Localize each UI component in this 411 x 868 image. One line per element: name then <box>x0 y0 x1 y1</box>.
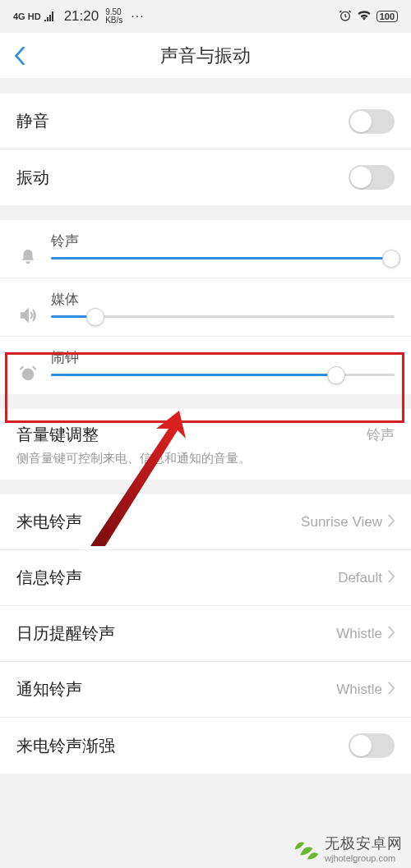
watermark-logo-icon <box>292 834 320 862</box>
page-title: 声音与振动 <box>0 44 411 68</box>
volume-key-value: 铃声 <box>367 425 395 444</box>
watermark: 无极安卓网 wjhotelgroup.com <box>292 834 403 863</box>
chevron-left-icon <box>14 47 25 65</box>
ringtone-slider-label: 铃声 <box>51 232 395 250</box>
chevron-right-icon <box>387 514 395 530</box>
ringtone-settings-section: 来电铃声 Sunrise View 信息铃声 Default 日历提醒铃声 Wh… <box>0 494 411 774</box>
message-ringtone-row[interactable]: 信息铃声 Default <box>0 550 411 606</box>
volume-key-section[interactable]: 音量键调整 铃声 侧音量键可控制来电、信息和通知的音量。 <box>0 409 411 480</box>
svg-point-1 <box>22 369 35 381</box>
watermark-text-en: wjhotelgroup.com <box>325 853 403 863</box>
ringtone-slider[interactable] <box>51 257 395 259</box>
battery-indicator: 100 <box>376 11 398 22</box>
chevron-right-icon <box>387 682 395 698</box>
media-slider-label: 媒体 <box>51 290 395 309</box>
message-ringtone-label: 信息铃声 <box>16 567 338 589</box>
vibrate-row[interactable]: 振动 <box>0 149 411 205</box>
volume-sliders-section: 铃声 媒体 闹钟 <box>0 220 411 394</box>
net-speed-unit: KB/s <box>105 16 122 25</box>
incoming-ringtone-row[interactable]: 来电铃声 Sunrise View <box>0 494 411 550</box>
alarm-slider-row: 闹钟 <box>0 337 411 394</box>
status-bar: 4G HD 21:20 9.50 KB/s ··· 100 <box>0 0 411 33</box>
alarm-slider[interactable] <box>51 374 395 376</box>
wifi-icon <box>357 9 372 24</box>
volume-key-description: 侧音量键可控制来电、信息和通知的音量。 <box>0 451 411 480</box>
title-bar: 声音与振动 <box>0 33 411 79</box>
bell-icon <box>12 232 44 266</box>
back-button[interactable] <box>0 33 39 79</box>
vibrate-toggle[interactable] <box>349 165 395 190</box>
ascending-ringtone-toggle[interactable] <box>349 733 395 758</box>
media-slider-row: 媒体 <box>0 278 411 337</box>
silent-label: 静音 <box>16 110 349 132</box>
incoming-ringtone-label: 来电铃声 <box>16 511 301 533</box>
calendar-ringtone-value: Whistle <box>336 626 382 642</box>
calendar-ringtone-row[interactable]: 日历提醒铃声 Whistle <box>0 606 411 662</box>
volume-key-label: 音量键调整 <box>16 424 367 446</box>
chevron-right-icon <box>387 626 395 642</box>
incoming-ringtone-value: Sunrise View <box>301 514 382 530</box>
message-ringtone-value: Default <box>338 570 382 586</box>
notification-ringtone-value: Whistle <box>336 682 382 698</box>
ascending-ringtone-row[interactable]: 来电铃声渐强 <box>0 718 411 774</box>
signal-bars-icon <box>44 11 58 21</box>
signal-indicator: 4G HD <box>13 11 41 21</box>
notification-ringtone-label: 通知铃声 <box>16 678 336 700</box>
silent-toggle[interactable] <box>349 109 395 134</box>
calendar-ringtone-label: 日历提醒铃声 <box>16 622 336 645</box>
speaker-icon <box>12 290 44 324</box>
ascending-ringtone-label: 来电铃声渐强 <box>16 735 349 757</box>
silent-row[interactable]: 静音 <box>0 94 411 149</box>
vibrate-label: 振动 <box>16 167 349 189</box>
chevron-right-icon <box>387 570 395 586</box>
notification-ringtone-row[interactable]: 通知铃声 Whistle <box>0 662 411 718</box>
alarm-icon <box>339 9 352 25</box>
watermark-text-cn: 无极安卓网 <box>325 834 403 853</box>
clock-time: 21:20 <box>64 8 99 25</box>
ringtone-slider-row: 铃声 <box>0 220 411 278</box>
media-slider[interactable] <box>51 315 395 318</box>
more-indicator: ··· <box>131 9 144 24</box>
alarm-clock-icon <box>12 348 44 383</box>
alarm-slider-label: 闹钟 <box>51 348 395 367</box>
